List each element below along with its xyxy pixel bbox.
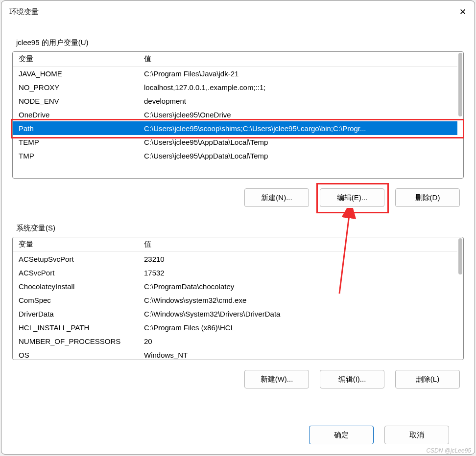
table-row[interactable]: NODE_ENVdevelopment [13,94,457,108]
table-row[interactable]: DriverDataC:\Windows\System32\Drivers\Dr… [13,307,457,320]
cell-name: ComSpec [13,296,142,304]
dialog-content: jclee95 的用户变量(U) 变量 值 JAVA_HOMEC:\Progra… [1,23,475,454]
col-header-value[interactable]: 值 [142,240,457,249]
cell-value: C:\ProgramData\chocolatey [142,282,457,291]
user-edit-button[interactable]: 编辑(E)... [320,188,384,207]
system-vars-list[interactable]: 变量 值 ACSetupSvcPort23210ACSvcPort17532Ch… [12,237,464,360]
cell-value: C:\Users\jclee95\OneDrive [142,111,457,119]
system-delete-button[interactable]: 删除(L) [395,370,460,388]
titlebar: 环境变量 ✕ [1,1,475,23]
table-row[interactable]: NO_PROXYlocalhost,127.0.0.1,.example.com… [13,80,457,94]
cell-value: 20 [142,337,457,345]
cell-name: TEMP [13,138,142,146]
col-header-name[interactable]: 变量 [13,54,142,64]
table-row[interactable]: PathC:\Users\jclee95\scoop\shims;C:\User… [13,121,457,135]
cell-value: C:\Users\jclee95\scoop\shims;C:\Users\jc… [142,124,457,133]
user-delete-button[interactable]: 删除(D) [395,188,460,207]
cell-value: C:\Users\jclee95\AppData\Local\Temp [142,138,457,146]
table-row[interactable]: HCL_INSTALL_PATHC:\Program Files (x86)\H… [13,320,457,334]
table-row[interactable]: TMPC:\Users\jclee95\AppData\Local\Temp [13,149,457,162]
cell-value: C:\Program Files\Java\jdk-21 [142,69,457,78]
scrollbar-thumb[interactable] [458,53,462,116]
system-new-button[interactable]: 新建(W)... [244,370,309,388]
system-vars-header: 变量 值 [13,237,457,252]
user-vars-label: jclee95 的用户变量(U) [16,38,464,47]
cell-name: Path [13,124,142,133]
table-row[interactable]: ACSvcPort17532 [13,266,457,279]
cell-name: ChocolateyInstall [13,282,142,291]
close-icon: ✕ [459,7,466,17]
cell-name: OneDrive [13,111,142,119]
table-row[interactable]: NUMBER_OF_PROCESSORS20 [13,334,457,348]
cell-name: JAVA_HOME [13,69,142,78]
cell-name: OS [13,351,142,359]
table-row[interactable]: ComSpecC:\Windows\system32\cmd.exe [13,293,457,307]
col-header-name[interactable]: 变量 [13,240,142,249]
ok-button[interactable]: 确定 [309,426,374,444]
env-vars-dialog: 环境变量 ✕ jclee95 的用户变量(U) 变量 值 JAVA_HOMEC:… [1,0,475,455]
table-row[interactable]: ChocolateyInstallC:\ProgramData\chocolat… [13,279,457,293]
cell-value: 23210 [142,255,457,263]
scrollbar-thumb[interactable] [458,238,462,274]
user-vars-buttons: 新建(N)... 编辑(E)... 删除(D) [12,188,464,207]
dialog-footer: 确定 取消 [12,417,464,444]
system-vars-label: 系统变量(S) [16,224,464,233]
cell-value: Windows_NT [142,351,457,359]
cancel-button[interactable]: 取消 [384,426,449,444]
table-row[interactable]: TEMPC:\Users\jclee95\AppData\Local\Temp [13,135,457,149]
close-button[interactable]: ✕ [451,2,475,22]
user-vars-header: 变量 值 [13,52,457,67]
table-row[interactable]: ACSetupSvcPort23210 [13,252,457,266]
cell-name: NODE_ENV [13,97,142,105]
user-new-button[interactable]: 新建(N)... [244,188,309,207]
system-vars-buttons: 新建(W)... 编辑(I)... 删除(L) [12,370,464,388]
cell-name: NO_PROXY [13,83,142,91]
cell-value: C:\Windows\system32\cmd.exe [142,296,457,304]
cell-name: ACSvcPort [13,269,142,277]
window-title: 环境变量 [9,7,39,17]
cell-value: C:\Users\jclee95\AppData\Local\Temp [142,152,457,160]
cell-value: C:\Windows\System32\Drivers\DriverData [142,310,457,318]
cell-name: HCL_INSTALL_PATH [13,323,142,332]
table-row[interactable]: OneDriveC:\Users\jclee95\OneDrive [13,108,457,121]
cell-value: development [142,97,457,105]
cell-name: DriverData [13,310,142,318]
cell-name: NUMBER_OF_PROCESSORS [13,337,142,345]
cell-value: 17532 [142,269,457,277]
system-edit-button[interactable]: 编辑(I)... [320,370,384,388]
col-header-value[interactable]: 值 [142,54,457,64]
table-row[interactable]: OSWindows_NT [13,348,457,360]
cell-name: ACSetupSvcPort [13,255,142,263]
user-vars-list[interactable]: 变量 值 JAVA_HOMEC:\Program Files\Java\jdk-… [12,51,464,179]
table-row[interactable]: JAVA_HOMEC:\Program Files\Java\jdk-21 [13,67,457,80]
cell-name: TMP [13,152,142,160]
cell-value: C:\Program Files (x86)\HCL [142,323,457,332]
cell-value: localhost,127.0.0.1,.example.com;::1; [142,83,457,91]
watermark: CSDN @jcLee95 [426,447,471,454]
